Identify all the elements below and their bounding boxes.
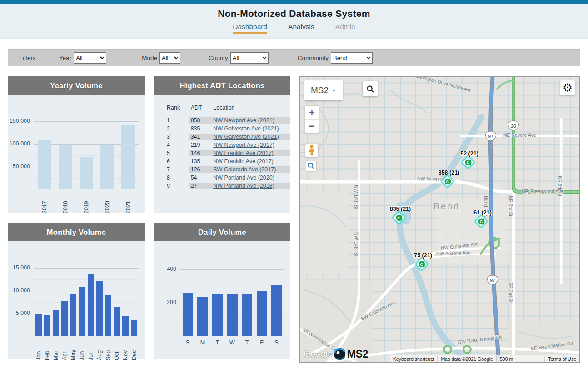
bar-Jun (79, 287, 85, 336)
location-link[interactable]: NW Newport Ave (2017) (213, 142, 274, 148)
col-location: Location (212, 105, 290, 111)
google-logo: Google (304, 349, 333, 359)
x-tick-label: M (200, 339, 205, 346)
zoom-out-button[interactable]: − (305, 120, 319, 133)
adt-cell: 54 (189, 175, 212, 181)
year-filter-label: Year (59, 55, 71, 61)
map-search-button[interactable] (363, 81, 378, 96)
year-filter-select[interactable]: All (74, 52, 106, 64)
x-tick-label: Feb (44, 339, 50, 360)
zoom-box-button[interactable] (306, 161, 316, 171)
col-adt: ADT (189, 105, 212, 111)
y-tick-label: 50,000 (13, 163, 30, 170)
x-tick-label: F (260, 339, 264, 346)
marker-value-label: 835 (21) (390, 206, 411, 212)
terms-of-use-link[interactable]: Terms of Use (544, 356, 579, 362)
bar-S (271, 285, 282, 336)
mode-filter-select[interactable]: All (159, 52, 180, 64)
pegman-button[interactable] (305, 144, 318, 157)
adt-cell: 835 (189, 125, 212, 132)
location-link[interactable]: NW Franklin Ave (2017) (213, 158, 273, 165)
tab-analysis[interactable]: Analysis (288, 23, 314, 34)
rank-cell: 9 (167, 183, 189, 189)
yearly-volume-chart: 50,000100,000150,000 2017201820192020202… (8, 95, 145, 213)
bar-2018 (59, 145, 72, 189)
table-row: 3341NW Galveston Ave (2021) (167, 133, 290, 141)
daily-volume-chart: 200400 SMTWTFS (154, 241, 290, 359)
monthly-volume-title: Monthly Volume (8, 223, 145, 241)
bar-Nov (122, 316, 129, 336)
x-tick-label: S (186, 339, 189, 346)
adt-cell: 341 (189, 134, 212, 140)
bar-Oct (114, 307, 120, 336)
location-link[interactable]: NW Portland Ave (2018) (213, 183, 274, 189)
location-link[interactable]: NW Galveston Ave (2021) (213, 134, 279, 140)
tab-admin[interactable]: Admin (335, 23, 355, 34)
x-tick-label: Jul (88, 339, 94, 360)
page-title: Non-Motorized Database System (0, 8, 588, 19)
location-cell: NW Newport Ave (2017) (212, 142, 290, 148)
community-filter-label: Community (298, 55, 329, 61)
y-tick-label: 200 (167, 299, 176, 305)
map-layer-dropdown[interactable]: MS2 ▼ (304, 80, 343, 100)
ms2-logo-text: MS2 (347, 348, 368, 360)
x-tick-label: Dec (131, 339, 137, 360)
location-link[interactable]: SW Colorado Ave (2017) (213, 166, 276, 173)
bar-2020 (100, 145, 114, 189)
table-row: 2835NW Galveston Ave (2021) (167, 125, 290, 133)
zoom-box-icon (308, 163, 315, 170)
county-filter-select[interactable]: All (230, 52, 269, 64)
community-filter-select[interactable]: Bend (331, 52, 373, 64)
location-link[interactable]: NW Galveston Ave (2021) (213, 125, 279, 132)
rank-cell: 5 (167, 150, 189, 156)
map-scale: 500 m (496, 356, 544, 362)
yearly-volume-panel: Yearly Volume 50,000100,000150,000 20172… (8, 76, 145, 213)
adt-cell: 219 (189, 142, 212, 148)
x-tick-label: Aug (96, 339, 103, 360)
map-roads-layer (300, 77, 580, 363)
mode-filter-label: Mode (142, 55, 157, 61)
bar-Apr (61, 301, 68, 336)
zoom-in-button[interactable]: + (305, 106, 319, 119)
highest-adt-panel: Highest ADT Locations Rank ADT Location … (154, 76, 290, 213)
marker-value-label: 61 (21) (473, 209, 492, 216)
bar-Jan (35, 314, 42, 336)
county-filter-label: County (209, 55, 228, 61)
tab-dashboard[interactable]: Dashboard (233, 23, 267, 34)
chevron-down-icon: ▼ (332, 88, 336, 93)
street-label: NE Greenwood Ave (522, 189, 563, 194)
ms2-logo-icon (334, 348, 346, 360)
bar-S (183, 293, 193, 336)
bar-M (197, 297, 208, 336)
adt-cell: 146 (189, 150, 212, 156)
y-tick-label: 15,000 (13, 264, 30, 271)
location-link[interactable]: NW Newport Ave (2021) (213, 117, 274, 124)
table-row: 854NW Portland Ave (2020) (167, 174, 290, 182)
x-tick-label: 2017 (41, 193, 48, 214)
map-canvas[interactable]: Washington Drive NorthwestNE Revere AveN… (299, 76, 580, 363)
adt-table-header: Rank ADT Location (167, 105, 290, 111)
map-attribution: Keyboard shortcuts Map data ©2021 Google… (390, 355, 579, 362)
bar-Mar (53, 310, 59, 336)
map-settings-button[interactable]: ⚙ (560, 80, 575, 95)
city-label: Bend (434, 201, 460, 212)
y-tick-label: 100,000 (10, 140, 30, 147)
table-row: 6135NW Franklin Ave (2017) (167, 157, 290, 165)
location-link[interactable]: NW Franklin Ave (2017) (213, 150, 273, 156)
map-layer-label: MS2 (311, 85, 329, 95)
page-footer-divider (0, 365, 588, 365)
x-tick-label: Apr (61, 339, 68, 360)
ms2-logo: MS2 (334, 348, 368, 360)
keyboard-shortcuts-link[interactable]: Keyboard shortcuts (390, 356, 437, 362)
adt-cell: 27 (189, 183, 212, 189)
table-row: 927NW Portland Ave (2018) (167, 182, 290, 190)
location-link[interactable]: NW Portland Ave (2020) (213, 175, 274, 181)
x-tick-label: W (229, 339, 235, 346)
street-label: NW 14th St (354, 232, 359, 257)
table-row: 5146NW Franklin Ave (2017) (167, 149, 290, 157)
monthly-volume-panel: Monthly Volume 5,00010,00015,000 JanFebM… (8, 223, 145, 359)
count-icon: C (444, 178, 451, 184)
street-label: Bend Pkwy (483, 196, 489, 220)
map-zoom-control: + − (305, 106, 319, 133)
filters-bar: Filters Year All Mode All County All Com… (8, 49, 580, 66)
